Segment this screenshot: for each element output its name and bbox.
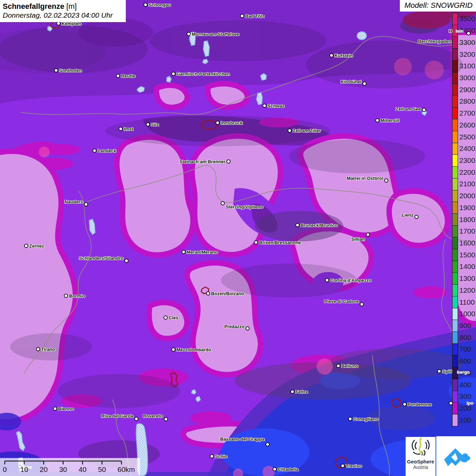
scale-bar-label: 60km (118, 465, 135, 474)
partial-city-label: lein (456, 29, 463, 34)
geosphere-logo-subtext: Austria (406, 464, 436, 470)
title-box: Schneefallgrenze [m] Donnerstag, 02.02.2… (0, 0, 126, 22)
city-dot (466, 31, 471, 35)
scale-bar-label: 20 (40, 465, 48, 474)
map-subtitle: Donnerstag, 02.02.2023 04:00 Uhr (3, 11, 122, 19)
scale-bar-label: 50 (98, 465, 106, 474)
geosphere-logo-text: GeoSphere (406, 459, 436, 464)
avalanche-logo-box (436, 436, 476, 476)
geosphere-logo-box: GeoSphere Austria (406, 437, 436, 476)
scale-bar-label: 30 (59, 465, 67, 474)
scale-bar-label: 40 (79, 465, 86, 474)
snowfall-limit-map: SchongauBad TölzKemptenMurnau am Staffel… (0, 0, 476, 476)
map-title-name: Schneefallgrenze (3, 2, 64, 11)
map-title: Schneefallgrenze [m] (3, 2, 122, 11)
overlay-labels-layer: Hleinbergoipo (0, 0, 476, 476)
city-dot (449, 401, 453, 405)
map-title-unit: [m] (66, 2, 77, 11)
model-box: Modell: SNOWGRID (400, 0, 476, 12)
scale-bar-label: 10 (20, 465, 28, 474)
partial-city-label: H (449, 29, 452, 34)
mountain-cloud-logo (440, 440, 473, 473)
scale-bar-label: 0 (3, 465, 7, 474)
partial-city-label: bergo (457, 370, 470, 375)
partial-city-label: ipo (466, 401, 473, 406)
scale-bar: 0102030405060km (0, 458, 140, 476)
geosphere-logo-icon (410, 437, 431, 457)
